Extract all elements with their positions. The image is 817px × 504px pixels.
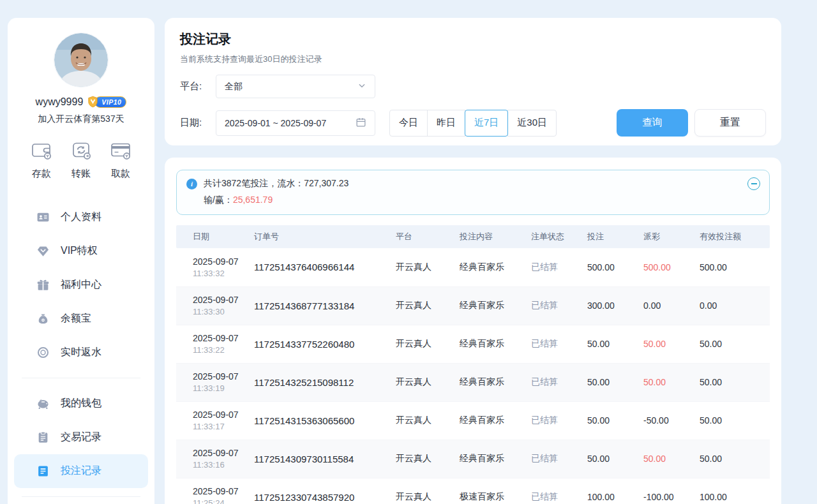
bet-table-body: 2025-09-0711:33:321172514376406966144开云真…	[176, 248, 770, 504]
cell-status: 已结算	[531, 440, 587, 478]
sidebar-item-label: 我的钱包	[61, 397, 101, 410]
sidebar-item-bet-records[interactable]: 投注记录	[14, 454, 148, 488]
sidebar-item-profile[interactable]: 个人资料	[14, 200, 148, 234]
chevron-down-icon	[357, 81, 366, 92]
range-today-button[interactable]: 今日	[389, 110, 428, 137]
cell-bet-content: 经典百家乐	[460, 325, 531, 363]
cell-valid-amount: 50.00	[700, 440, 770, 478]
document-icon	[36, 464, 50, 478]
cell-platform: 开云真人	[396, 325, 460, 363]
range-7days-button[interactable]: 近7日	[465, 110, 508, 137]
quick-action-label: 取款	[111, 168, 130, 180]
cell-valid-amount: 50.00	[700, 363, 770, 401]
bet-records-table: 日期订单号平台投注内容注单状态投注派彩有效投注额 2025-09-0711:33…	[176, 225, 770, 504]
bank-card-icon	[110, 141, 131, 163]
ring-icon	[36, 346, 50, 359]
cell-bet-amount: 50.00	[587, 440, 643, 478]
cell-platform: 开云真人	[396, 401, 460, 440]
sidebar-item-wallet[interactable]: 我的钱包	[14, 387, 148, 420]
results-card: i 共计3872笔投注，流水：727,307.23 输/赢：25,651.79 …	[165, 158, 781, 504]
cell-bet-content: 极速百家乐	[460, 478, 531, 504]
reset-button[interactable]: 重置	[694, 109, 766, 137]
cell-bet-content: 经典百家乐	[460, 401, 531, 440]
cell-platform: 开云真人	[396, 363, 460, 401]
cell-date: 2025-09-0711:33:16	[176, 440, 254, 478]
sidebar-menu: 个人资料 VIP特权 福利中心 余额宝 实时返水	[8, 200, 154, 497]
page-title: 投注记录	[180, 31, 766, 48]
cell-bet-amount: 50.00	[587, 401, 643, 440]
money-bag-icon	[36, 312, 50, 325]
table-row: 2025-09-0711:33:221172514337752260480开云真…	[176, 325, 770, 363]
date-range-input[interactable]: 2025-09-01 ~ 2025-09-07	[216, 110, 375, 136]
vip-shield-icon	[87, 96, 99, 108]
info-icon: i	[186, 179, 197, 189]
range-30days-button[interactable]: 近30日	[507, 110, 557, 137]
avatar[interactable]	[54, 33, 108, 87]
table-row: 2025-09-0711:25:241172512330743857920开云真…	[176, 478, 770, 504]
gift-icon	[36, 278, 50, 292]
column-header: 投注内容	[460, 225, 531, 248]
table-row: 2025-09-0711:33:171172514315363065600开云真…	[176, 401, 770, 440]
sidebar-item-label: VIP特权	[61, 244, 98, 258]
sidebar-item-rebate[interactable]: 实时返水	[14, 336, 148, 369]
collapse-summary-icon[interactable]	[747, 177, 760, 190]
cell-platform: 开云真人	[396, 286, 460, 325]
sidebar-item-label: 投注记录	[61, 464, 101, 478]
summary-count-text: 共计3872笔投注，流水：727,307.23	[204, 178, 349, 189]
column-header: 有效投注额	[700, 225, 770, 248]
cell-order-number: 1172514325215098112	[254, 363, 396, 401]
cell-platform: 开云真人	[396, 478, 460, 504]
sidebar-item-label: 交易记录	[61, 431, 101, 444]
id-card-icon	[36, 211, 50, 224]
quick-action-label: 存款	[32, 168, 51, 180]
withdraw-button[interactable]: 取款	[110, 141, 131, 180]
cell-bet-amount: 100.00	[587, 478, 643, 504]
cell-bet-content: 经典百家乐	[460, 440, 531, 478]
sidebar: wywy9999 VIP10 加入开云体育第537天 存款	[8, 18, 154, 504]
join-days-text: 加入开云体育第537天	[8, 114, 154, 125]
cell-platform: 开云真人	[396, 440, 460, 478]
summary-winloss-text: 输/赢：25,651.79	[186, 195, 741, 206]
date-label: 日期:	[180, 117, 208, 129]
cell-payout: -100.00	[643, 478, 700, 504]
sidebar-item-vip[interactable]: VIP特权	[14, 234, 148, 268]
sidebar-item-welfare[interactable]: 福利中心	[14, 268, 148, 302]
sidebar-item-transactions[interactable]: 交易记录	[14, 420, 148, 454]
platform-select[interactable]: 全部	[216, 75, 375, 98]
cell-order-number: 1172514368777133184	[254, 286, 396, 325]
cell-valid-amount: 500.00	[700, 248, 770, 286]
range-yesterday-button[interactable]: 昨日	[427, 110, 465, 137]
column-header: 平台	[396, 225, 460, 248]
cell-status: 已结算	[531, 363, 587, 401]
summary-box: i 共计3872笔投注，流水：727,307.23 输/赢：25,651.79	[176, 170, 770, 215]
cell-payout: 50.00	[643, 325, 700, 363]
cell-order-number: 1172514309730115584	[254, 440, 396, 478]
platform-select-value: 全部	[225, 81, 243, 93]
table-row: 2025-09-0711:33:301172514368777133184开云真…	[176, 286, 770, 325]
cell-order-number: 1172512330743857920	[254, 478, 396, 504]
cell-status: 已结算	[531, 248, 587, 286]
cell-order-number: 1172514315363065600	[254, 401, 396, 440]
cell-status: 已结算	[531, 401, 587, 440]
winloss-label: 输/赢：	[204, 195, 233, 205]
cell-status: 已结算	[531, 325, 587, 363]
cell-status: 已结算	[531, 286, 587, 325]
cell-payout: 0.00	[643, 286, 700, 325]
cell-status: 已结算	[531, 478, 587, 504]
quick-action-label: 转账	[71, 168, 91, 180]
column-header: 注单状态	[531, 225, 587, 248]
cell-date: 2025-09-0711:33:22	[176, 325, 254, 363]
cell-valid-amount: 100.00	[700, 478, 770, 504]
deposit-button[interactable]: 存款	[31, 141, 52, 180]
sidebar-item-yuebao[interactable]: 余额宝	[14, 302, 148, 336]
gem-icon	[36, 244, 50, 258]
transfer-button[interactable]: 转账	[70, 141, 92, 180]
search-button[interactable]: 查询	[617, 109, 688, 137]
piggy-bank-icon	[36, 397, 50, 410]
cell-valid-amount: 0.00	[700, 286, 770, 325]
winloss-value: 25,651.79	[233, 195, 273, 205]
cell-bet-content: 经典百家乐	[460, 248, 531, 286]
cell-bet-amount: 500.00	[587, 248, 643, 286]
cell-date: 2025-09-0711:33:19	[176, 363, 254, 401]
cell-date: 2025-09-0711:33:17	[176, 401, 254, 440]
